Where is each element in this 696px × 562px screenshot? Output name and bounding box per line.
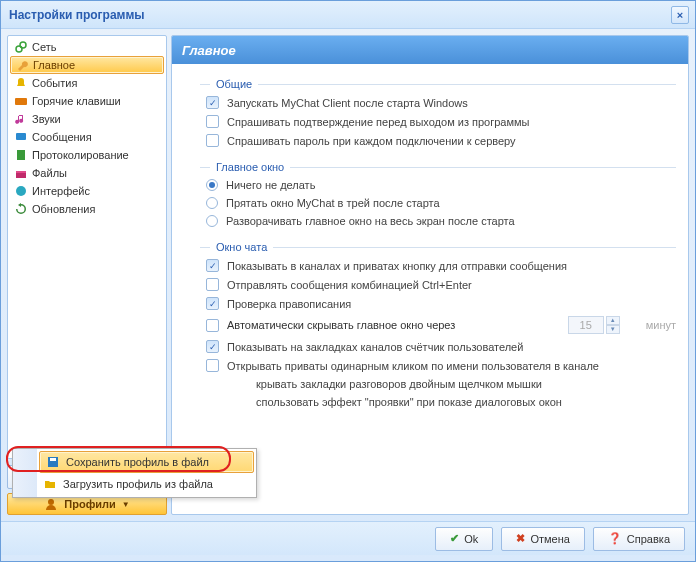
svg-rect-12: [50, 458, 56, 461]
radio-maximize[interactable]: [206, 215, 218, 227]
panel-title: Главное: [182, 43, 236, 58]
radio-tray[interactable]: [206, 197, 218, 209]
bell-icon: [14, 76, 28, 90]
spin-down[interactable]: ▼: [606, 325, 620, 334]
checkbox-send-button[interactable]: [206, 259, 219, 272]
save-disk-icon: [46, 455, 60, 469]
message-icon: [14, 130, 28, 144]
nav-logging[interactable]: Протоколирование: [10, 146, 164, 164]
checkbox-user-count[interactable]: [206, 340, 219, 353]
keyboard-icon: [14, 94, 28, 108]
menu-load-profile[interactable]: Загрузить профиль из файла: [37, 473, 256, 495]
menu-save-profile[interactable]: Сохранить профиль в файл: [39, 451, 254, 473]
checkbox-open-private[interactable]: [206, 359, 219, 372]
settings-panel: Главное Общие Запускать MyChat Client по…: [171, 35, 689, 515]
profiles-popup: Сохранить профиль в файл Загрузить профи…: [12, 448, 257, 498]
window-title: Настройки программы: [9, 8, 145, 22]
nav-files[interactable]: Файлы: [10, 164, 164, 182]
wrench-icon: [15, 58, 29, 72]
nav-updates[interactable]: Обновления: [10, 200, 164, 218]
nav-main[interactable]: Главное: [10, 56, 164, 74]
checkbox-ctrl-enter[interactable]: [206, 278, 219, 291]
nav-events[interactable]: События: [10, 74, 164, 92]
svg-point-1: [20, 42, 26, 48]
checkbox-spellcheck[interactable]: [206, 297, 219, 310]
dialog-footer: ✔Ok ✖Отмена ❓Справка: [1, 521, 695, 555]
radio-none[interactable]: [206, 179, 218, 191]
ok-button[interactable]: ✔Ok: [435, 527, 493, 551]
checkbox-autohide[interactable]: [206, 319, 219, 332]
user-icon: [44, 497, 58, 511]
nav-network[interactable]: Сеть: [10, 38, 164, 56]
svg-point-7: [16, 186, 26, 196]
sidebar: Сеть Главное События Горячие клавиши Зву…: [7, 35, 167, 515]
help-button[interactable]: ❓Справка: [593, 527, 685, 551]
spin-up[interactable]: ▲: [606, 316, 620, 325]
cancel-icon: ✖: [516, 532, 525, 545]
nav-interface[interactable]: Интерфейс: [10, 182, 164, 200]
category-nav: Сеть Главное События Горячие клавиши Зву…: [7, 35, 167, 459]
close-button[interactable]: ×: [671, 6, 689, 24]
log-icon: [14, 148, 28, 162]
link-icon: [14, 40, 28, 54]
group-chat-window: Окно чата Показывать в каналах и привата…: [200, 237, 676, 408]
palette-icon: [14, 184, 28, 198]
nav-hotkeys[interactable]: Горячие клавиши: [10, 92, 164, 110]
checkbox-ask-password[interactable]: [206, 134, 219, 147]
folder-open-icon: [43, 477, 57, 491]
autohide-minutes-input[interactable]: 15: [568, 316, 604, 334]
panel-header: Главное: [172, 36, 688, 64]
cancel-button[interactable]: ✖Отмена: [501, 527, 584, 551]
group-main-window: Главное окно Ничего не делать Прятать ок…: [200, 157, 676, 227]
checkbox-autostart[interactable]: [206, 96, 219, 109]
book-icon: ❓: [608, 532, 622, 545]
svg-rect-3: [16, 133, 26, 140]
refresh-icon: [14, 202, 28, 216]
nav-messages[interactable]: Сообщения: [10, 128, 164, 146]
svg-rect-6: [16, 171, 26, 173]
music-icon: [14, 112, 28, 126]
settings-window: Настройки программы × Сеть Главное Событ…: [0, 0, 696, 562]
chevron-down-icon: ▼: [122, 500, 130, 509]
check-icon: ✔: [450, 532, 459, 545]
group-general: Общие Запускать MyChat Client после стар…: [200, 74, 676, 147]
gift-icon: [14, 166, 28, 180]
nav-sounds[interactable]: Звуки: [10, 110, 164, 128]
svg-point-10: [48, 499, 54, 505]
titlebar: Настройки программы ×: [1, 1, 695, 29]
checkbox-confirm-exit[interactable]: [206, 115, 219, 128]
svg-rect-4: [17, 150, 25, 160]
svg-rect-2: [15, 98, 27, 105]
